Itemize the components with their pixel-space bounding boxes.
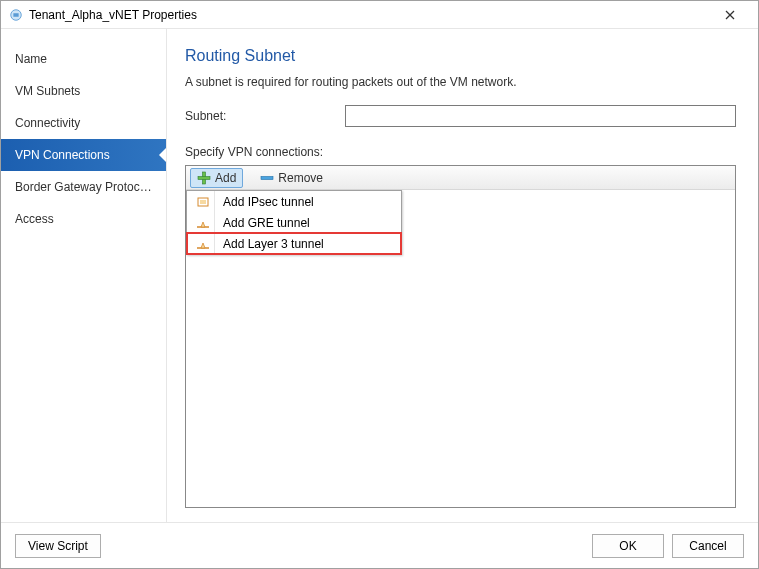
cancel-button[interactable]: Cancel bbox=[672, 534, 744, 558]
ok-button[interactable]: OK bbox=[592, 534, 664, 558]
connections-panel: Add Remove bbox=[185, 165, 736, 508]
menu-item-layer3-label: Add Layer 3 tunnel bbox=[223, 237, 324, 251]
subnet-row: Subnet: bbox=[185, 105, 736, 127]
add-button[interactable]: Add bbox=[190, 168, 243, 188]
add-dropdown-menu: Add IPsec tunnel Add GRE tunnel bbox=[186, 190, 402, 255]
connections-toolbar: Add Remove bbox=[186, 166, 735, 190]
content-pane: Routing Subnet A subnet is required for … bbox=[167, 29, 758, 522]
menu-item-gre-label: Add GRE tunnel bbox=[223, 216, 310, 230]
page-description: A subnet is required for routing packets… bbox=[185, 75, 736, 89]
view-script-button[interactable]: View Script bbox=[15, 534, 101, 558]
svg-rect-6 bbox=[261, 176, 273, 179]
svg-marker-12 bbox=[201, 243, 205, 248]
remove-button-label: Remove bbox=[278, 171, 323, 185]
page-heading: Routing Subnet bbox=[185, 47, 736, 65]
app-icon bbox=[9, 8, 23, 22]
properties-dialog: Tenant_Alpha_vNET Properties Name VM Sub… bbox=[0, 0, 759, 569]
remove-button[interactable]: Remove bbox=[253, 168, 330, 188]
titlebar: Tenant_Alpha_vNET Properties bbox=[1, 1, 758, 29]
close-button[interactable] bbox=[710, 2, 750, 28]
nav-item-connectivity[interactable]: Connectivity bbox=[1, 107, 166, 139]
close-icon bbox=[725, 10, 735, 20]
dialog-body: Name VM Subnets Connectivity VPN Connect… bbox=[1, 29, 758, 522]
svg-rect-8 bbox=[200, 200, 206, 204]
subnet-input[interactable] bbox=[345, 105, 736, 127]
svg-rect-5 bbox=[198, 176, 210, 179]
tunnel-icon bbox=[191, 233, 215, 254]
tunnel-icon bbox=[191, 212, 215, 233]
subnet-label: Subnet: bbox=[185, 109, 345, 123]
nav-item-access[interactable]: Access bbox=[1, 203, 166, 235]
svg-marker-10 bbox=[201, 222, 205, 227]
menu-item-gre[interactable]: Add GRE tunnel bbox=[187, 212, 401, 233]
add-button-label: Add bbox=[215, 171, 236, 185]
connections-list[interactable]: Add IPsec tunnel Add GRE tunnel bbox=[186, 190, 735, 507]
minus-icon bbox=[260, 171, 274, 185]
specify-connections-label: Specify VPN connections: bbox=[185, 145, 736, 159]
menu-item-ipsec-label: Add IPsec tunnel bbox=[223, 195, 314, 209]
ipsec-icon bbox=[191, 191, 215, 212]
nav-item-bgp[interactable]: Border Gateway Protocol... bbox=[1, 171, 166, 203]
menu-item-ipsec[interactable]: Add IPsec tunnel bbox=[187, 191, 401, 212]
nav-item-vm-subnets[interactable]: VM Subnets bbox=[1, 75, 166, 107]
nav-item-name[interactable]: Name bbox=[1, 43, 166, 75]
window-title: Tenant_Alpha_vNET Properties bbox=[29, 8, 710, 22]
plus-icon bbox=[197, 171, 211, 185]
nav-item-vpn-connections[interactable]: VPN Connections bbox=[1, 139, 166, 171]
menu-item-layer3[interactable]: Add Layer 3 tunnel bbox=[187, 233, 401, 254]
nav-sidebar: Name VM Subnets Connectivity VPN Connect… bbox=[1, 29, 167, 522]
svg-rect-1 bbox=[13, 13, 18, 17]
dialog-footer: View Script OK Cancel bbox=[1, 522, 758, 568]
